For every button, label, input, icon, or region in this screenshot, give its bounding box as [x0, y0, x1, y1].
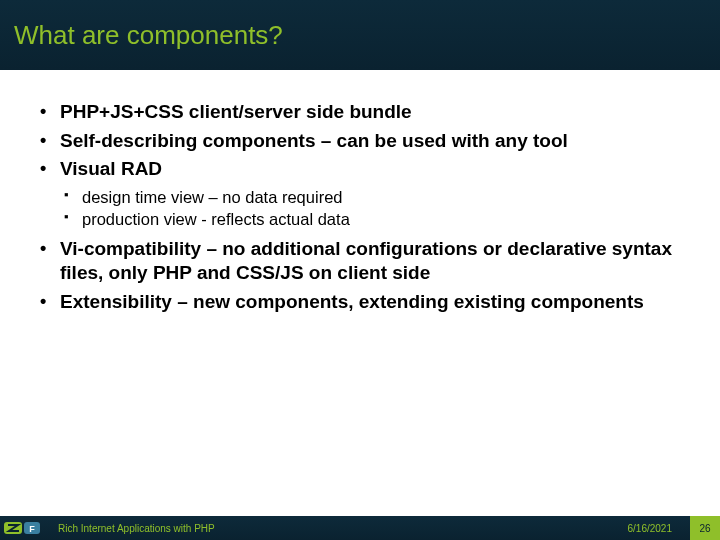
bullet-text: Extensibility – new components, extendin…: [60, 291, 644, 312]
footer-date: 6/16/2021: [628, 523, 673, 534]
footer-title: Rich Internet Applications with PHP: [58, 523, 628, 534]
bullet-item: Self-describing components – can be used…: [34, 129, 690, 154]
zend-logo-icon: F: [0, 516, 46, 540]
slide-title: What are components?: [14, 20, 283, 51]
sub-bullet-list: design time view – no data required prod…: [60, 186, 690, 231]
bullet-item: PHP+JS+CSS client/server side bundle: [34, 100, 690, 125]
footer: F Rich Internet Applications with PHP 6/…: [0, 516, 720, 540]
slide-content: PHP+JS+CSS client/server side bundle Sel…: [0, 70, 720, 315]
svg-text:F: F: [29, 524, 35, 534]
bullet-text: Visual RAD: [60, 158, 162, 179]
sub-bullet-text: production view - reflects actual data: [82, 210, 350, 228]
sub-bullet-item: design time view – no data required: [60, 186, 690, 208]
title-bar: What are components?: [0, 0, 720, 70]
bullet-list: PHP+JS+CSS client/server side bundle Sel…: [34, 100, 690, 315]
footer-page-number: 26: [690, 516, 720, 540]
sub-bullet-item: production view - reflects actual data: [60, 208, 690, 230]
bullet-item: Extensibility – new components, extendin…: [34, 290, 690, 315]
bullet-text: Self-describing components – can be used…: [60, 130, 568, 151]
bullet-item: Visual RAD design time view – no data re…: [34, 157, 690, 230]
bullet-text: PHP+JS+CSS client/server side bundle: [60, 101, 412, 122]
slide: What are components? PHP+JS+CSS client/s…: [0, 0, 720, 540]
bullet-text: Vi-compatibility – no additional configu…: [60, 238, 672, 284]
sub-bullet-text: design time view – no data required: [82, 188, 343, 206]
bullet-item: Vi-compatibility – no additional configu…: [34, 237, 690, 286]
